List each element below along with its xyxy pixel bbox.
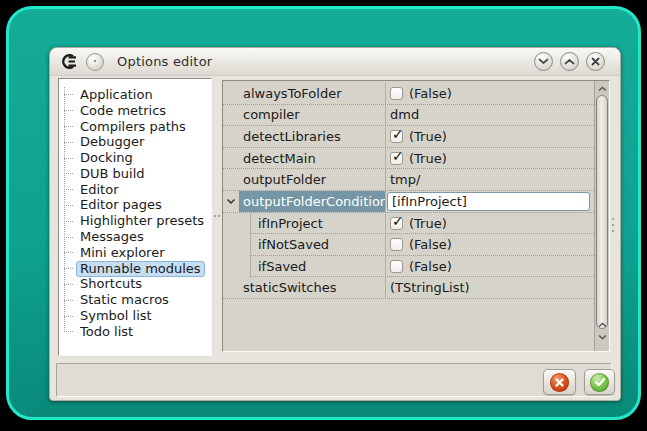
sidebar-item-label: Shortcuts: [76, 276, 146, 292]
property-row-ifSaved[interactable]: ifSaved(False): [223, 256, 594, 278]
property-row-detectLibraries[interactable]: detectLibraries✓(True): [223, 126, 594, 148]
property-value-cell: [ifInProject]: [386, 191, 594, 212]
property-name-cell: detectLibraries: [239, 126, 386, 147]
maximize-button[interactable]: [560, 52, 579, 71]
tree-branch-icon: [64, 126, 73, 127]
value-checkbox[interactable]: [390, 260, 403, 273]
property-name-cell: staticSwitches: [239, 277, 386, 298]
value-checkbox[interactable]: ✓: [390, 130, 403, 143]
sidebar-item-label: Messages: [76, 229, 148, 245]
window-manager-frame: Options editor ApplicationCode metricsCo…: [6, 6, 641, 420]
scroll-up-button[interactable]: [595, 83, 609, 94]
chevron-down-icon: [598, 334, 607, 340]
property-row-ifNotSaved[interactable]: ifNotSaved(False): [223, 234, 594, 256]
sidebar-item-docking[interactable]: Docking: [59, 150, 211, 166]
sidebar-item-runnable-modules[interactable]: Runnable modules: [59, 261, 211, 277]
close-button[interactable]: [586, 52, 605, 71]
accept-icon: [590, 373, 609, 392]
property-name-label: staticSwitches: [243, 280, 336, 295]
row-gutter: [223, 213, 239, 235]
tree-branch-icon: [64, 316, 73, 317]
sidebar-item-static-macros[interactable]: Static macros: [59, 292, 211, 308]
row-gutter: [223, 169, 239, 190]
sidebar-item-label: Static macros: [76, 292, 173, 308]
options-editor-window: Options editor ApplicationCode metricsCo…: [49, 47, 621, 401]
sidebar-item-editor-pages[interactable]: Editor pages: [59, 198, 211, 214]
accept-button[interactable]: [584, 369, 615, 395]
property-name-label: ifSaved: [258, 259, 306, 274]
coedit-logo-icon: [60, 53, 79, 70]
property-name-cell: ifNotSaved: [239, 234, 386, 256]
property-name-cell: outputFolder: [239, 169, 386, 190]
window-menu-button[interactable]: [86, 53, 104, 71]
titlebar[interactable]: Options editor: [50, 48, 620, 76]
sidebar-item-label: Runnable modules: [76, 261, 205, 277]
sidebar-item-todo-list[interactable]: Todo list: [59, 324, 211, 340]
row-gutter: [223, 148, 239, 169]
property-row-outputFolderConditions[interactable]: outputFolderConditions[ifInProject]: [223, 191, 594, 213]
sidebar-item-editor[interactable]: Editor: [59, 182, 211, 198]
property-value-label: (True): [409, 129, 447, 144]
sidebar-item-label: Debugger: [76, 134, 148, 150]
sidebar-item-application[interactable]: Application: [59, 87, 211, 103]
property-value-cell: ✓(True): [386, 148, 594, 169]
property-name-label: compiler: [243, 107, 300, 122]
close-icon: [591, 57, 600, 66]
chevron-up-icon: [598, 322, 607, 328]
property-row-staticSwitches[interactable]: staticSwitches(TStringList): [223, 277, 594, 299]
window-title: Options editor: [117, 54, 212, 69]
sidebar-item-symbol-list[interactable]: Symbol list: [59, 308, 211, 324]
sidebar-item-label: Editor pages: [76, 197, 166, 213]
property-value-label: (False): [409, 86, 452, 101]
sidebar-item-shortcuts[interactable]: Shortcuts: [59, 277, 211, 293]
indent-guide-line: [250, 213, 251, 278]
value-checkbox[interactable]: [390, 87, 403, 100]
property-row-outputFolder[interactable]: outputFoldertmp/: [223, 169, 594, 191]
sidebar-item-messages[interactable]: Messages: [59, 229, 211, 245]
tree-branch-icon: [64, 284, 73, 285]
sidebar-item-label: Docking: [76, 150, 137, 166]
property-row-ifInProject[interactable]: ifInProject✓(True): [223, 213, 594, 235]
sidebar-item-label: Compilers paths: [76, 119, 190, 135]
sidebar-item-dub-build[interactable]: DUB build: [59, 166, 211, 182]
window-edge-grip-icon: [612, 218, 614, 220]
scrollbar-thumb[interactable]: [596, 95, 608, 329]
property-value-label: (True): [409, 151, 447, 166]
scroll-down-button[interactable]: [595, 331, 609, 342]
sidebar-item-label: Todo list: [76, 324, 137, 340]
sidebar-item-debugger[interactable]: Debugger: [59, 134, 211, 150]
property-row-detectMain[interactable]: detectMain✓(True): [223, 148, 594, 170]
property-name-cell: alwaysToFolder: [239, 83, 386, 104]
property-value-label: (True): [409, 216, 447, 231]
sidebar-item-mini-explorer[interactable]: Mini explorer: [59, 245, 211, 261]
property-name-label: ifInProject: [258, 216, 323, 231]
expander-icon[interactable]: [226, 198, 236, 205]
value-editor[interactable]: [ifInProject]: [387, 192, 590, 211]
sidebar-item-label: Editor: [76, 182, 122, 198]
property-name-label: outputFolder: [243, 172, 326, 187]
property-value-cell: dmd: [386, 105, 594, 126]
row-gutter: [223, 234, 239, 256]
value-checkbox[interactable]: [390, 238, 403, 251]
scroll-up-button-2[interactable]: [595, 319, 609, 330]
sidebar-item-code-metrics[interactable]: Code metrics: [59, 103, 211, 119]
sidebar-item-compilers-paths[interactable]: Compilers paths: [59, 119, 211, 135]
category-sidebar: ApplicationCode metricsCompilers pathsDe…: [58, 78, 212, 356]
sidebar-list: ApplicationCode metricsCompilers pathsDe…: [59, 79, 211, 355]
sidebar-splitter[interactable]: [212, 78, 222, 356]
value-checkbox[interactable]: ✓: [390, 152, 403, 165]
property-value-cell: ✓(True): [386, 213, 594, 235]
row-gutter: [223, 126, 239, 147]
sidebar-item-label: Highlighter presets: [76, 213, 208, 229]
sidebar-item-highlighter-presets[interactable]: Highlighter presets: [59, 213, 211, 229]
property-row-alwaysToFolder[interactable]: alwaysToFolder(False): [223, 83, 594, 105]
row-gutter: [223, 256, 239, 278]
property-name-label: alwaysToFolder: [243, 86, 342, 101]
cancel-button[interactable]: [543, 369, 576, 395]
row-gutter: [223, 105, 239, 126]
minimize-button[interactable]: [534, 52, 553, 71]
property-value-cell: (False): [386, 83, 594, 104]
grid-scrollbar[interactable]: [594, 81, 609, 351]
value-checkbox[interactable]: ✓: [390, 217, 403, 230]
property-row-compiler[interactable]: compilerdmd: [223, 105, 594, 127]
